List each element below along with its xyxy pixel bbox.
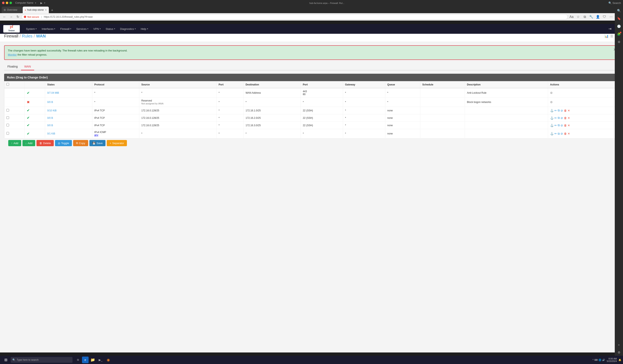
nav-firewall[interactable]: Firewall ▾ [58,26,73,32]
split-view-button[interactable]: ⧉ [582,14,588,20]
rs-settings-icon[interactable]: ⚙ [616,39,622,45]
row6-edit-icon[interactable]: ✏ [554,132,557,135]
browser-more-button[interactable]: ⋯ [608,14,614,20]
browser-profile-button[interactable]: 👤 [595,14,601,20]
nav-system[interactable]: System ▾ [24,26,39,32]
tab-hub-step-stone[interactable]: ● hub-step-stone ✕ [23,7,49,13]
row6-description-cell [465,129,548,138]
row5-remove-icon[interactable]: ✕ [568,124,570,127]
row1-destination-cell: WAN Address [244,88,301,98]
row5-edit-icon[interactable]: ✏ [554,124,557,127]
row4-copy-icon[interactable]: ⧉ [558,116,560,120]
row4-states-link[interactable]: 0/0 B [47,117,53,119]
main-area: pf Sense COMMUNITY EDITION System ▾ Inte… [0,21,623,352]
row4-anchor-icon[interactable]: ⚓ [550,116,554,120]
rs-extensions-icon[interactable]: 🧩 [616,31,622,38]
add-tab-button[interactable]: + [49,7,55,13]
nav-status[interactable]: Status ▾ [104,26,117,32]
mac-traffic-lights[interactable] [2,2,12,4]
toggle-button[interactable]: ◎ Toggle [55,140,72,146]
close-button[interactable] [2,2,4,4]
row3-delete-icon[interactable]: 🗑 [564,109,567,112]
row5-checkbox[interactable] [6,124,9,127]
row3-checkbox[interactable] [6,109,9,112]
add-down-button[interactable]: ↓ Add [22,140,35,146]
row5-disable-icon[interactable]: ⊘ [561,124,563,127]
row6-states-link[interactable]: 0/1 KiB [47,132,55,135]
row4-status-cell: ✔ [25,114,45,122]
row5-gateway-cell: * [343,122,385,129]
row4-disable-icon[interactable]: ⊘ [561,116,563,120]
separator-button[interactable]: + Separator [107,140,127,146]
rs-search-icon[interactable]: 🔍 [616,7,622,14]
row1-states-link[interactable]: 0/7.04 MiB [47,91,59,94]
monitor-link[interactable]: Monitor [8,53,17,56]
row3-remove-icon[interactable]: ✕ [568,109,570,112]
row6-anchor-icon[interactable]: ⚓ [550,132,554,135]
row6-copy-icon[interactable]: ⧉ [558,132,560,135]
alert-text: The changes have been applied successful… [8,49,615,57]
row4-checkbox[interactable] [6,116,9,119]
rs-plus-icon[interactable]: + [616,341,622,348]
row3-anchor-icon[interactable]: ⚓ [550,109,554,112]
row6-remove-icon[interactable]: ✕ [568,132,570,135]
add-up-button[interactable]: ↑ Add [8,140,21,146]
row6-delete-icon[interactable]: 🗑 [564,132,567,135]
row1-port-cell: * [216,88,243,98]
row6-any-link[interactable]: any [94,134,98,136]
list-icon[interactable]: ☰ [610,34,613,38]
tab-floating[interactable]: Floating [4,63,21,70]
back-button[interactable]: ← [2,14,7,20]
play-button[interactable]: ▶ [40,1,43,4]
maximize-button[interactable] [9,2,12,4]
tab-close-button[interactable]: ✕ [45,9,47,11]
pfsense-navbar-wrapper: pf Sense COMMUNITY EDITION System ▾ Inte… [0,24,615,34]
row3-copy-icon[interactable]: ⧉ [558,109,560,112]
reload-button[interactable]: ↻ [15,14,21,20]
tab-wan[interactable]: WAN [21,63,34,70]
row4-remove-icon[interactable]: ✕ [568,116,570,120]
exit-button[interactable]: ⇥ [608,27,611,31]
row5-copy-icon[interactable]: ⧉ [558,124,560,127]
search-icon[interactable]: 🔍 Search [608,1,621,4]
row5-states-link[interactable]: 0/0 B [47,124,53,127]
row2-settings-icon[interactable]: ⚙ [550,101,553,104]
row5-status-cell: ✔ [25,122,45,129]
select-all-checkbox[interactable] [6,83,9,86]
save-button[interactable]: 💾 Save [89,140,106,146]
url-bar[interactable]: 🔴 Not secure | https://172.16.0.20/firew… [22,14,568,20]
row6-checkbox[interactable] [6,132,9,135]
delete-button[interactable]: 🗑 Delete [37,140,54,146]
nav-help[interactable]: Help ▾ [139,26,150,32]
nav-interfaces[interactable]: Interfaces ▾ [40,26,57,32]
nav-vpn[interactable]: VPN ▾ [91,26,103,32]
row3-states-link[interactable]: 0/10 KiB [47,109,56,112]
row4-schedule-cell [420,114,465,122]
browser-guard-button[interactable]: 🛡 [601,14,607,20]
play-arrow[interactable]: ▾ [44,2,45,4]
breadcrumb-rules[interactable]: Rules [22,34,32,39]
chart-icon[interactable]: 📊 [604,34,609,38]
row5-delete-icon[interactable]: 🗑 [564,124,567,127]
copy-button[interactable]: ⧉ Copy [73,140,88,146]
bookmark-button[interactable]: ☆ [575,14,581,20]
row2-states-link[interactable]: 0/0 B [47,101,53,104]
reader-mode-button[interactable]: Aa [569,14,574,20]
nav-services[interactable]: Services ▾ [74,26,90,32]
forward-button[interactable]: → [8,14,14,20]
rs-gear-icon[interactable]: ⚙ [616,349,622,352]
row4-edit-icon[interactable]: ✏ [554,116,557,120]
row3-edit-icon[interactable]: ✏ [554,109,557,112]
rs-bookmark-icon[interactable]: 🔖 [616,15,622,22]
nav-diagnostics[interactable]: Diagnostics ▾ [118,26,138,32]
row6-disable-icon[interactable]: ⊘ [561,132,563,135]
browser-extensions-button[interactable]: 🔧 [588,14,594,20]
rs-history-icon[interactable]: 🕐 [616,23,622,30]
minimize-button[interactable] [6,2,8,4]
dropdown-arrow[interactable]: ▾ [35,2,36,4]
row3-disable-icon[interactable]: ⊘ [561,109,563,112]
tab-overview[interactable]: ⊞ Overview [2,7,22,13]
row5-anchor-icon[interactable]: ⚓ [550,124,554,127]
row1-settings-icon[interactable]: ⚙ [550,91,553,94]
row4-delete-icon[interactable]: 🗑 [564,116,567,120]
